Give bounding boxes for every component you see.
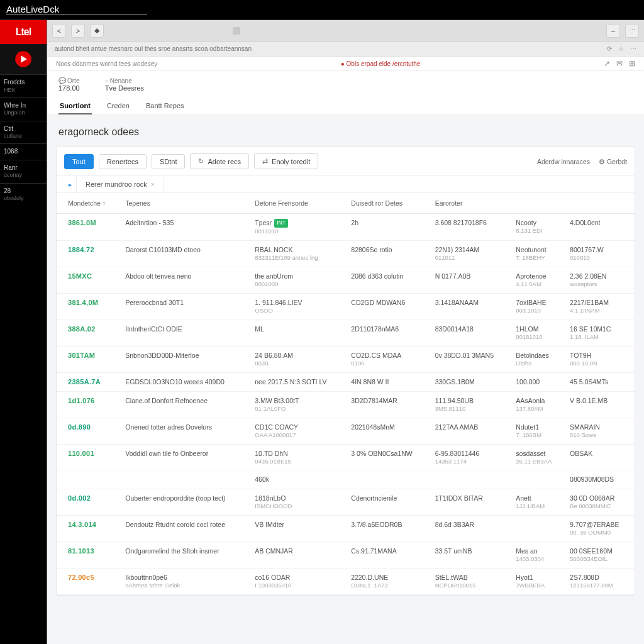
page-body: eragorneck odees Tout Renertecs SDtnt ↻A… [47, 115, 644, 644]
data-table: Mondetche ↑ Tepenes Detone Frensorde Dui… [57, 193, 635, 595]
row-extra2: 2217/E1BAM4.1 1ItNAM [565, 293, 635, 319]
forward-button[interactable]: > [71, 24, 85, 38]
primary-button[interactable]: Tout [64, 154, 94, 169]
row-name: Snbnon3DD00D-Miterloe [120, 346, 250, 372]
row-extra2: 00 0SEE160M5000B34EOIL [565, 541, 635, 568]
tab-0[interactable]: Suortiont [58, 98, 92, 114]
table-row[interactable]: 1d1.076Ciane.of Donfort Refnoenee3.MW Bt… [57, 391, 635, 418]
table-row[interactable]: 381.4,0MPereroocbnad 30T11. 911.846.LIEV… [57, 293, 635, 319]
tab-1[interactable]: Creden [106, 98, 131, 114]
row-detail: 3.MW Bt3.00tT01-1AL0FO [250, 391, 346, 418]
star-icon[interactable]: ☆ [618, 45, 624, 52]
row-extra2: 2.36 2.08ENwoasptors [565, 267, 635, 293]
row-extra2: OBSAK [565, 444, 635, 470]
back-button[interactable]: < [52, 24, 66, 38]
row-extra1: Hyot17WBBEBA [511, 568, 565, 594]
row-id: 301TAM [68, 352, 95, 359]
row-extra1 [511, 515, 565, 541]
row-ear: 330GS.1B0M [430, 372, 511, 391]
grid-icon[interactable]: ⊞ [629, 59, 635, 68]
sidebar-item-0[interactable]: FrodctsHEK [0, 74, 47, 97]
btn-export[interactable]: ⇄Enoly toredit [254, 153, 318, 169]
page-title: eragorneck odees [58, 126, 633, 138]
row-name: Ouberter endroporddite (toop tect) [120, 489, 250, 515]
sidebar-item-1[interactable]: Whre InUngoion [0, 97, 47, 121]
row-extra1: sosdasset26.11 EB3AA [511, 444, 565, 470]
link-settings[interactable]: ⚙ Gerbdt [599, 158, 627, 165]
table-row[interactable]: 0d.890Onened totter adres DovelorsCD1C C… [57, 418, 635, 444]
sidebar-item-4[interactable]: Ranraconay [0, 160, 47, 183]
more-icon[interactable]: ⋯ [630, 45, 636, 52]
row-id: 81.1013 [68, 547, 94, 555]
row-extra2: 9.707@7ERABE00. 36 OOMM0 [565, 515, 635, 541]
row-name: Pereroocbnad 30T1 [120, 293, 250, 319]
table-row[interactable]: 388A.02IIntntheriCtCt ODIEML2D110178nMA6… [57, 319, 635, 346]
row-detail: 24 B6.88.AM0030 [250, 346, 346, 372]
sidebar: Ltel FrodctsHEK Whre InUngoion Ctitcutla… [0, 20, 47, 644]
table-row[interactable]: 460k080930M08DS [57, 470, 635, 489]
row-id: 15MXC [68, 272, 92, 280]
action-bar: Tout Renertecs SDtnt ↻Adote recs ⇄Enoly … [57, 147, 635, 176]
row-name: Abdoo olt tenvea neno [120, 267, 250, 293]
row-date: Cs.91.71MANA [346, 541, 430, 568]
reload-icon[interactable]: ⟳ [607, 45, 612, 52]
col-2[interactable]: Detone Frensorde [250, 193, 346, 214]
row-id: 110.001 [68, 450, 94, 457]
btn-refresh[interactable]: ↻Adote recs [190, 153, 249, 169]
subheader-text: Noos ddanmes wornd tees wodesey [56, 60, 157, 67]
row-extra1: AAsAonla137.80AM [511, 391, 565, 418]
table-row[interactable]: 1884.72Darorst C10103MD etoeoRBAL NOCK83… [57, 240, 635, 267]
titlebar: AuteLiveDck [0, 0, 644, 20]
table-row[interactable]: 81.1013Ondgarorrelind the Sftoh insmerAB… [57, 541, 635, 568]
shield-icon[interactable]: ◆ [90, 24, 104, 38]
share-icon[interactable]: ↗ [604, 59, 610, 68]
menu-icon[interactable] [233, 27, 240, 35]
chat-icon: 💬 [58, 77, 66, 84]
subtab-0[interactable]: Rerer mundroo rock × [77, 177, 164, 192]
ext-icon[interactable]: ⋯ [625, 24, 639, 38]
link-advanced[interactable]: Aderdw innaraces [537, 158, 590, 165]
table-row[interactable]: 0d.002Ouberter endroporddite (toop tect)… [57, 489, 635, 515]
table-row[interactable]: 3861.0MAdeitnrtion - 535TpesrINT00110102… [57, 214, 635, 241]
row-detail: co16 ODARI 1003035010 [250, 568, 346, 594]
col-0[interactable]: Mondetche ↑ [57, 193, 120, 214]
minimize-icon[interactable]: – [606, 24, 620, 38]
subtab-row: ▸ Rerer mundroo rock × [57, 176, 635, 193]
table-row[interactable]: 15MXCAbdoo olt tenvea nenothe anbUrom000… [57, 267, 635, 293]
row-name [120, 470, 250, 489]
row-detail: 1. 911.846.LIEVOSOO [250, 293, 346, 319]
sidebar-item-5[interactable]: 28obodoly [0, 183, 47, 206]
stats-row: 💬Orte 178.00 ○Nenane Tve Deesres [47, 71, 644, 96]
sidebar-item-3[interactable]: 1068 [0, 143, 47, 160]
main: < > ◆ – ⋯ autond bheit antue mesnarc oul… [47, 20, 644, 644]
tab-2[interactable]: Bantt Repes [145, 98, 186, 114]
brand-logo[interactable]: Ltel [0, 20, 47, 44]
btn-sdtnt[interactable]: SDtnt [152, 154, 186, 169]
swap-icon: ⇄ [262, 157, 268, 165]
col-6[interactable] [565, 193, 635, 214]
col-4[interactable]: Earoroter [430, 193, 511, 214]
table-row[interactable]: 2385A.7AEGDSDL0O3NO10 weees 409D0nee 201… [57, 372, 635, 391]
col-5[interactable] [511, 193, 565, 214]
brand-play-icon[interactable] [0, 44, 47, 74]
sidebar-item-2[interactable]: Ctitcutlane [0, 121, 47, 144]
row-extra2: 2S7.808D121158177.89M [565, 568, 635, 594]
row-date: CD2GD MDWAN6 [346, 293, 430, 319]
row-name: Onened totter adres Dovelors [120, 418, 250, 444]
mail-icon[interactable]: ✉ [616, 59, 623, 68]
table-row[interactable]: 72.00c5Ikbouttnn0pe6oAhmea tehre Gelokco… [57, 568, 635, 594]
stat-1: ○Nenane Tve Deesres [105, 77, 144, 92]
row-name: Darorst C10103MD etoeo [120, 240, 250, 267]
row-extra2: TOT9H000 10.0N [565, 346, 635, 372]
col-1[interactable]: Tepenes [120, 193, 250, 214]
row-ear: 111.94.50UB3MS.81110 [430, 391, 511, 418]
inner-tabs: Suortiont Creden Bantt Repes [47, 96, 644, 115]
col-3[interactable]: Duisedt ror Detes [346, 193, 430, 214]
table-row[interactable]: 110.001Voddidl own tile fo Onbeeror10.TD… [57, 444, 635, 470]
row-ear: StEL.tWABNCPUIAt10015 [430, 568, 511, 594]
subtab-home-icon[interactable]: ▸ [64, 176, 77, 192]
btn-renertecs[interactable]: Renertecs [99, 154, 147, 169]
table-row[interactable]: 14.3.014Dendoutz Rtudnt corold cocl rote… [57, 515, 635, 541]
table-row[interactable]: 301TAMSnbnon3DD00D-Miterloe24 B6.88.AM00… [57, 346, 635, 372]
close-icon[interactable]: × [151, 181, 155, 188]
